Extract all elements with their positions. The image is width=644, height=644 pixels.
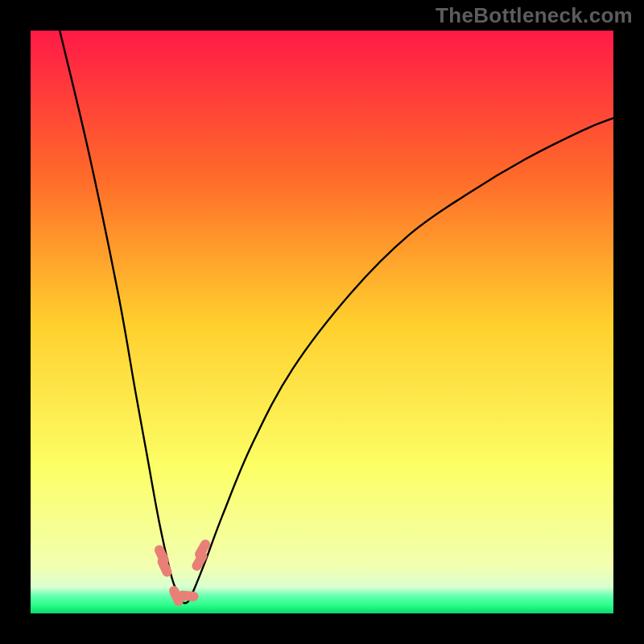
chart-stage: TheBottleneck.com	[0, 0, 644, 644]
watermark-text: TheBottleneck.com	[436, 3, 633, 28]
plot-background	[31, 31, 613, 613]
bottleneck-chart	[0, 0, 644, 644]
